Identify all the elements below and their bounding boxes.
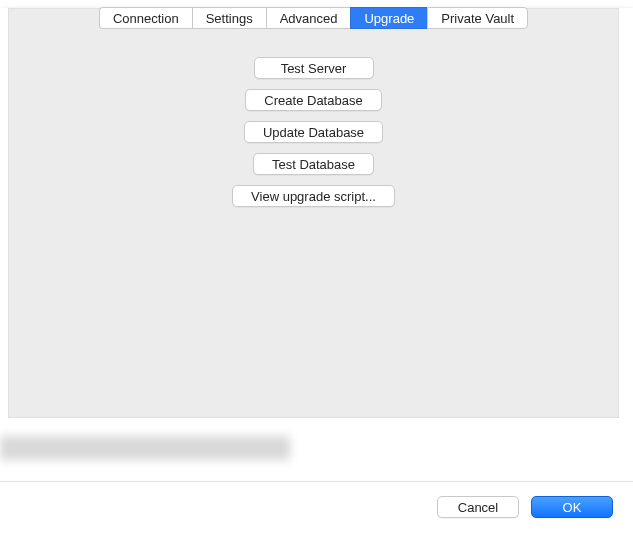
- upgrade-actions: Test Server Create Database Update Datab…: [9, 57, 618, 207]
- redacted-region: [0, 426, 619, 481]
- tab-bar: Connection Settings Advanced Upgrade Pri…: [9, 7, 618, 29]
- redacted-blur: [0, 436, 290, 460]
- ok-button[interactable]: OK: [531, 496, 613, 518]
- tab-connection[interactable]: Connection: [99, 7, 192, 29]
- create-database-button[interactable]: Create Database: [245, 89, 381, 111]
- dialog-footer: Cancel OK: [0, 481, 633, 518]
- update-database-button[interactable]: Update Database: [244, 121, 383, 143]
- tab-settings[interactable]: Settings: [192, 7, 266, 29]
- view-upgrade-script-button[interactable]: View upgrade script...: [232, 185, 395, 207]
- tab-advanced[interactable]: Advanced: [266, 7, 351, 29]
- dialog-window: Connection Settings Advanced Upgrade Pri…: [0, 8, 633, 544]
- test-server-button[interactable]: Test Server: [254, 57, 374, 79]
- tab-private-vault[interactable]: Private Vault: [427, 7, 528, 29]
- test-database-button[interactable]: Test Database: [253, 153, 374, 175]
- tab-upgrade[interactable]: Upgrade: [350, 7, 427, 29]
- cancel-button[interactable]: Cancel: [437, 496, 519, 518]
- tab-panel: Connection Settings Advanced Upgrade Pri…: [8, 8, 619, 418]
